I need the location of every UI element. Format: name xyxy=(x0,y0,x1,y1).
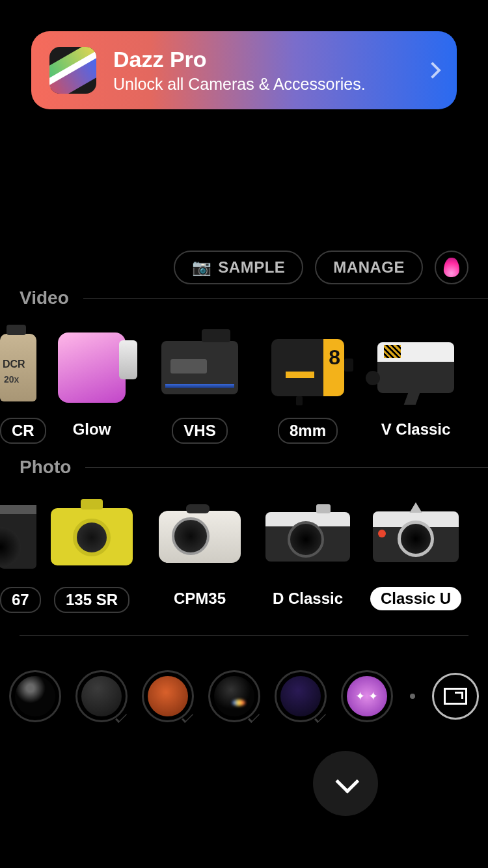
camera-label: 67 xyxy=(0,587,41,613)
lens-matte-grey[interactable] xyxy=(75,670,128,722)
aspect-ratio-button[interactable] xyxy=(432,673,479,720)
dazz-logo-icon xyxy=(49,47,96,94)
dcr-camcorder-icon xyxy=(0,334,36,401)
collapse-button[interactable] xyxy=(313,751,378,816)
classicu-camera-icon xyxy=(373,511,459,562)
camera-label: CPM35 xyxy=(163,587,236,610)
camera-label: 8mm xyxy=(278,418,338,444)
sample-button[interactable]: 📷 SAMPLE xyxy=(174,251,304,284)
vhs-camcorder-icon xyxy=(161,341,238,394)
lens-violet[interactable] xyxy=(275,670,327,722)
8mm-camcorder-icon: 8 xyxy=(271,339,344,396)
edit-tick-icon xyxy=(115,711,127,723)
chevron-down-icon xyxy=(335,770,359,794)
section-video-title: Video xyxy=(20,288,69,308)
67-camera-icon xyxy=(0,505,36,569)
trending-button[interactable] xyxy=(435,251,468,284)
lens-glossy-black[interactable] xyxy=(9,670,61,722)
section-photo-title: Photo xyxy=(20,457,71,478)
photo-camera-row[interactable]: 67 135 SR CPM35 D Classic Classic U xyxy=(0,495,488,613)
lens-sparkle-purple[interactable] xyxy=(341,670,393,722)
camera-label: 135 SR xyxy=(54,587,129,613)
manage-button[interactable]: MANAGE xyxy=(315,251,423,284)
divider xyxy=(85,467,488,468)
flame-icon xyxy=(443,258,459,278)
pager-dot-icon xyxy=(410,694,415,699)
manage-label: MANAGE xyxy=(333,258,405,277)
camera-item-8mm[interactable]: 8 8mm xyxy=(254,325,362,444)
edit-tick-icon xyxy=(248,711,260,723)
lens-orange[interactable] xyxy=(142,670,194,722)
camera-item-dclassic[interactable]: D Classic xyxy=(254,495,362,610)
vclassic-camcorder-icon xyxy=(377,342,454,393)
sample-label: SAMPLE xyxy=(218,258,285,277)
camera-item-dcr[interactable]: CR xyxy=(0,325,38,444)
camera-item-cpm35[interactable]: CPM35 xyxy=(146,495,254,610)
camera-label: VHS xyxy=(172,418,227,444)
camera-label: Glow xyxy=(62,418,122,441)
camera-item-classicu[interactable]: Classic U xyxy=(362,495,470,610)
chevron-right-icon xyxy=(424,62,441,78)
camera-label: V Classic xyxy=(371,418,461,441)
cpm35-camera-icon xyxy=(159,511,241,563)
camera-label: Classic U xyxy=(370,587,461,610)
135sr-camera-icon xyxy=(51,508,133,565)
edit-tick-icon xyxy=(314,711,326,723)
lens-strip[interactable] xyxy=(9,670,488,722)
camera-item-glow[interactable]: Glow xyxy=(38,325,146,441)
divider xyxy=(83,298,488,299)
glow-camcorder-icon xyxy=(58,332,126,403)
camera-item-vhs[interactable]: VHS xyxy=(146,325,254,444)
dclassic-camera-icon xyxy=(265,512,350,562)
promo-title: Dazz Pro xyxy=(113,47,366,72)
lens-prism[interactable] xyxy=(208,670,260,722)
edit-tick-icon xyxy=(182,711,193,723)
video-camera-row[interactable]: CR Glow VHS 8 8mm V Classic xyxy=(0,325,488,444)
camera-item-135sr[interactable]: 135 SR xyxy=(38,495,146,613)
aspect-ratio-icon xyxy=(444,688,467,705)
divider xyxy=(20,635,468,636)
promo-subtitle: Unlock all Cameras & Accessories. xyxy=(113,75,366,94)
dazz-pro-banner[interactable]: Dazz Pro Unlock all Cameras & Accessorie… xyxy=(31,31,457,109)
camera-item-vclassic[interactable]: V Classic xyxy=(362,325,470,441)
camera-label: D Classic xyxy=(262,587,353,610)
camera-icon: 📷 xyxy=(192,258,212,277)
camera-item-67[interactable]: 67 xyxy=(0,495,38,613)
